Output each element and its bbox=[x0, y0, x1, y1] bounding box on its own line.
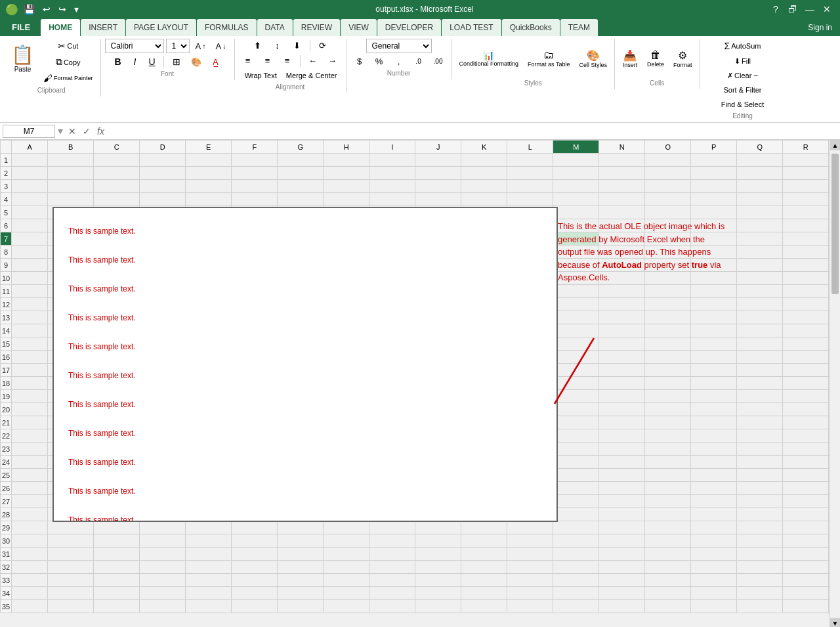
cell-D1[interactable] bbox=[140, 154, 186, 167]
cell-O11[interactable] bbox=[645, 285, 691, 298]
cell-R6[interactable] bbox=[783, 219, 829, 232]
cell-K31[interactable] bbox=[461, 548, 507, 561]
cell-Q5[interactable] bbox=[737, 206, 783, 219]
cell-O21[interactable] bbox=[645, 416, 691, 429]
format-painter-button[interactable]: 🖌Format Painter bbox=[40, 71, 96, 85]
cell-G1[interactable] bbox=[278, 154, 324, 167]
tab-formulas[interactable]: FORMULAS bbox=[197, 19, 257, 36]
italic-button[interactable]: I bbox=[127, 54, 143, 69]
tab-developer[interactable]: DEVELOPER bbox=[377, 19, 441, 36]
indent-button[interactable]: → bbox=[324, 54, 342, 68]
cell-M35[interactable] bbox=[553, 600, 599, 613]
cell-C1[interactable] bbox=[94, 154, 140, 167]
cell-S12[interactable] bbox=[829, 298, 830, 311]
cell-O14[interactable] bbox=[645, 324, 691, 337]
cell-Q29[interactable] bbox=[737, 521, 783, 534]
cell-O24[interactable] bbox=[645, 456, 691, 469]
cell-L35[interactable] bbox=[507, 600, 553, 613]
cell-R32[interactable] bbox=[783, 561, 829, 574]
cell-S6[interactable] bbox=[829, 219, 830, 232]
cell-R30[interactable] bbox=[783, 534, 829, 548]
col-header-i[interactable]: I bbox=[369, 141, 415, 154]
cell-I29[interactable] bbox=[369, 521, 415, 534]
cell-A32[interactable] bbox=[12, 561, 48, 574]
cell-H30[interactable] bbox=[324, 534, 369, 548]
cell-P20[interactable] bbox=[691, 403, 737, 416]
cell-S16[interactable] bbox=[829, 351, 830, 364]
cell-R33[interactable] bbox=[783, 574, 829, 587]
cell-E29[interactable] bbox=[186, 521, 232, 534]
paste-button[interactable]: 📋Paste bbox=[7, 39, 39, 78]
cell-Q28[interactable] bbox=[737, 508, 783, 521]
cell-S15[interactable] bbox=[829, 337, 830, 351]
cell-N3[interactable] bbox=[599, 180, 645, 193]
cell-O22[interactable] bbox=[645, 429, 691, 443]
cell-A7[interactable] bbox=[12, 232, 48, 246]
sign-in-button[interactable]: Sign in bbox=[800, 19, 840, 36]
cell-M14[interactable] bbox=[553, 324, 599, 337]
cell-Q15[interactable] bbox=[737, 337, 783, 351]
cell-P33[interactable] bbox=[691, 574, 737, 587]
col-header-k[interactable]: K bbox=[461, 141, 507, 154]
cell-S11[interactable] bbox=[829, 285, 830, 298]
cell-E34[interactable] bbox=[186, 587, 232, 600]
cell-A11[interactable] bbox=[12, 285, 48, 298]
vertical-scrollbar[interactable]: ▲ ▼ bbox=[830, 140, 840, 627]
cell-R25[interactable] bbox=[783, 469, 829, 482]
cell-R9[interactable] bbox=[783, 259, 829, 272]
cell-O23[interactable] bbox=[645, 443, 691, 456]
cell-A33[interactable] bbox=[12, 574, 48, 587]
cell-F29[interactable] bbox=[232, 521, 278, 534]
cell-L4[interactable] bbox=[507, 193, 553, 206]
col-header-f[interactable]: F bbox=[232, 141, 278, 154]
cell-M26[interactable] bbox=[553, 482, 599, 495]
cell-N22[interactable] bbox=[599, 429, 645, 443]
tab-home[interactable]: HOME bbox=[41, 19, 80, 36]
cell-S24[interactable] bbox=[829, 456, 830, 469]
cell-C30[interactable] bbox=[94, 534, 140, 548]
cell-B2[interactable] bbox=[48, 167, 94, 180]
cell-L1[interactable] bbox=[507, 154, 553, 167]
tab-quickbooks[interactable]: QuickBooks bbox=[502, 19, 560, 36]
cell-O13[interactable] bbox=[645, 311, 691, 324]
cell-S23[interactable] bbox=[829, 443, 830, 456]
cell-B33[interactable] bbox=[48, 574, 94, 587]
cell-R34[interactable] bbox=[783, 587, 829, 600]
cell-Q3[interactable] bbox=[737, 180, 783, 193]
cell-Q23[interactable] bbox=[737, 443, 783, 456]
cell-R17[interactable] bbox=[783, 364, 829, 377]
cell-G33[interactable] bbox=[278, 574, 324, 587]
autosum-button[interactable]: Σ AutoSum bbox=[720, 39, 766, 53]
cell-A12[interactable] bbox=[12, 298, 48, 311]
cell-R29[interactable] bbox=[783, 521, 829, 534]
cell-E33[interactable] bbox=[186, 574, 232, 587]
mid-align-button[interactable]: ↕ bbox=[268, 39, 287, 53]
cell-G30[interactable] bbox=[278, 534, 324, 548]
cell-H31[interactable] bbox=[324, 548, 369, 561]
cell-F4[interactable] bbox=[232, 193, 278, 206]
col-header-d[interactable]: D bbox=[140, 141, 186, 154]
cell-B35[interactable] bbox=[48, 600, 94, 613]
cell-N16[interactable] bbox=[599, 351, 645, 364]
cell-S30[interactable] bbox=[829, 534, 830, 548]
cell-L33[interactable] bbox=[507, 574, 553, 587]
cell-Q4[interactable] bbox=[737, 193, 783, 206]
cell-H35[interactable] bbox=[324, 600, 369, 613]
col-header-a[interactable]: A bbox=[12, 141, 48, 154]
cell-A22[interactable] bbox=[12, 429, 48, 443]
cell-P35[interactable] bbox=[691, 600, 737, 613]
increase-decimal-button[interactable]: .0 bbox=[410, 55, 428, 68]
cell-S33[interactable] bbox=[829, 574, 830, 587]
cell-R3[interactable] bbox=[783, 180, 829, 193]
cell-L31[interactable] bbox=[507, 548, 553, 561]
cell-E3[interactable] bbox=[186, 180, 232, 193]
cell-Q12[interactable] bbox=[737, 298, 783, 311]
cell-P22[interactable] bbox=[691, 429, 737, 443]
cell-O16[interactable] bbox=[645, 351, 691, 364]
cell-L3[interactable] bbox=[507, 180, 553, 193]
cell-K32[interactable] bbox=[461, 561, 507, 574]
cell-C32[interactable] bbox=[94, 561, 140, 574]
cell-C34[interactable] bbox=[94, 587, 140, 600]
cell-N17[interactable] bbox=[599, 364, 645, 377]
cell-O29[interactable] bbox=[645, 521, 691, 534]
